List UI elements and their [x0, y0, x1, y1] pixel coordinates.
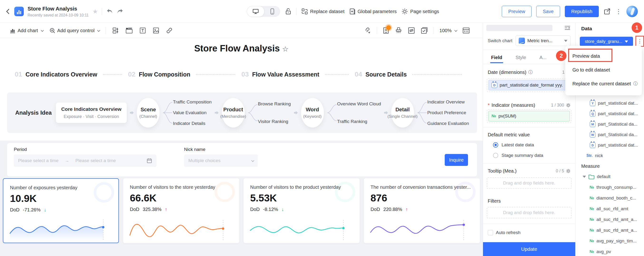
mobile-mode-button[interactable] — [264, 8, 280, 15]
field-list: Ypart_statistical dat... Qpart_statistic… — [576, 98, 644, 256]
radio-latest-date[interactable]: Latest date data — [483, 141, 575, 149]
divider — [434, 27, 434, 34]
chevron-down-icon — [251, 159, 254, 162]
decorative-watermark — [455, 182, 476, 202]
measure-folder-default[interactable]: default — [576, 171, 644, 182]
title-star-icon: ☆ — [282, 45, 288, 53]
auto-refresh-row[interactable]: Auto refresh — [483, 228, 575, 237]
date-field-pill[interactable]: D part_statistical date_format yyy. — [488, 80, 570, 90]
gear-icon[interactable] — [566, 169, 570, 173]
measure-field[interactable]: №diamond_booth_c... — [576, 193, 644, 203]
dataset-select[interactable]: store_daily_granu... — [580, 37, 633, 46]
measure-field[interactable]: №through_consump... — [576, 182, 644, 193]
hide-element-icon[interactable] — [408, 27, 415, 34]
tab-container-icon[interactable] — [125, 27, 133, 34]
tooltip-label: Tooltip (Mea.) — [488, 168, 516, 174]
page-settings-button[interactable]: Page settings — [402, 8, 439, 15]
dimension-field-day[interactable]: Dpart_statistical dat... — [576, 140, 644, 150]
share-icon[interactable] — [604, 8, 611, 15]
add-query-control-button[interactable]: Add query control — [49, 27, 100, 34]
indicator-field-pill[interactable]: № pv(SUM) — [488, 111, 570, 121]
more-menu-icon[interactable]: ⋮ — [616, 8, 622, 15]
update-button[interactable]: Update — [483, 242, 575, 256]
date-field-dropzone[interactable]: D part_statistical date_format yyy. — [487, 78, 572, 92]
tab-style[interactable]: Style — [516, 55, 526, 60]
desktop-mode-button[interactable] — [247, 6, 264, 17]
range-arrow-icon: → — [65, 158, 69, 163]
redo-icon[interactable] — [117, 8, 124, 15]
dataset-more-button[interactable]: ⋮ — [636, 36, 644, 47]
avatar[interactable] — [626, 6, 638, 17]
image-icon[interactable] — [152, 27, 160, 34]
radio-unselected-icon — [493, 153, 498, 158]
back-icon[interactable] — [5, 8, 10, 15]
measure-field[interactable]: №avg_pv — [576, 246, 644, 256]
global-parameters-button[interactable]: Global parameters — [349, 8, 397, 15]
dimension-field-quarter[interactable]: Qpart_statistical dat... — [576, 108, 644, 119]
section-nav: 01Core Indicators Overview 02Flow Compos… — [15, 71, 468, 78]
indicator-field-label: pv(SUM) — [498, 113, 516, 119]
dimension-field-month[interactable]: Mpart_Statistical da... — [576, 119, 644, 130]
add-chart-button[interactable]: Add chart — [10, 27, 43, 34]
republish-button[interactable]: Republish — [565, 6, 599, 17]
tab-advanced[interactable]: A... — [539, 55, 546, 60]
undo-icon[interactable] — [106, 8, 113, 15]
save-button[interactable]: Save — [536, 6, 560, 17]
zoom-control[interactable]: 100% — [440, 28, 456, 33]
dimension-field-year[interactable]: Ypart_statistical dat... — [576, 98, 644, 108]
text-icon[interactable] — [139, 27, 146, 34]
divider — [296, 8, 296, 15]
kpi-card-product-visitors[interactable]: Number of visitors to the product yester… — [244, 178, 360, 243]
dropdown-arrow-icon — [564, 40, 568, 42]
menu-item-replace-dataset[interactable]: Replace the current datasetⓘ — [565, 77, 642, 91]
notes-badge[interactable] — [383, 27, 389, 34]
tab-field[interactable]: Field — [491, 55, 502, 60]
dashboard-logo-icon — [14, 7, 24, 16]
measure-number-icon: № — [492, 114, 496, 118]
theme-icon[interactable] — [462, 27, 470, 34]
period-range-input[interactable]: Please select a time → Please select a t… — [14, 155, 156, 167]
indicator-measures-label: Indicator (measures) — [492, 102, 535, 108]
sparkline-chart — [128, 217, 233, 242]
week-calendar-icon: W — [590, 132, 596, 138]
lock-icon[interactable] — [285, 8, 292, 15]
string-type-icon: Str. — [586, 154, 593, 158]
link-filter-icon[interactable] — [364, 27, 371, 34]
link-icon[interactable] — [166, 27, 173, 34]
inquire-button[interactable]: Inquire — [445, 154, 468, 166]
widget-panel-icon[interactable] — [112, 27, 119, 34]
measure-field[interactable]: №all_suc_rfd_amt_a... — [576, 214, 644, 225]
measure-field[interactable]: №avg_pay_sign_tim... — [576, 235, 644, 246]
measure-field[interactable]: №all_suc_rfd_amt_a... — [576, 225, 644, 235]
filters-dropzone[interactable]: Drag and drop fields here. — [487, 207, 572, 218]
kpi-card-row: Number of exposures yesterday 10.9K DoD-… — [3, 178, 480, 243]
device-toggle[interactable] — [247, 6, 280, 17]
replace-dataset-button[interactable]: Replace dataset — [301, 8, 344, 15]
flow-node-word: Word(Keyword) — [301, 98, 324, 127]
favorite-star-icon[interactable]: ★ — [92, 8, 98, 15]
auto-refresh-checkbox[interactable] — [488, 230, 493, 235]
top-bar: Store Flow Analysis Recently saved at 20… — [0, 0, 644, 23]
dimension-field-nick[interactable]: Str.nick — [576, 150, 644, 161]
batch-select-icon[interactable] — [421, 27, 428, 34]
indicator-field-dropzone[interactable]: № pv(SUM) — [487, 109, 572, 123]
clean-brush-icon[interactable] — [395, 27, 402, 34]
chart-type-select[interactable]: Metric tren... — [516, 36, 570, 46]
collapse-panel-icon[interactable] — [564, 24, 571, 32]
add-chart-label: Add chart — [18, 28, 38, 33]
dimension-field-week[interactable]: Wpart_Statistical da... — [576, 130, 644, 140]
tooltip-dropzone[interactable]: Drag and drop fields here. — [487, 177, 572, 189]
kpi-card-conversions[interactable]: The number of conversion transactions ye… — [364, 178, 480, 243]
measure-field[interactable]: №all_suc_rfd_amt — [576, 203, 644, 214]
kpi-card-exposures[interactable]: Number of exposures yesterday 10.9K DoD-… — [3, 178, 119, 243]
gear-icon[interactable] — [566, 103, 570, 107]
kpi-card-store-visitors[interactable]: Number of visitors to the store yesterda… — [123, 178, 239, 243]
preview-button[interactable]: Preview — [502, 6, 532, 17]
dropdown-arrow-icon — [625, 41, 628, 43]
flow-node-scene: Scene(Channel) — [137, 98, 160, 127]
app-window: Store Flow Analysis Recently saved at 20… — [0, 0, 644, 256]
branch-lines — [248, 99, 258, 126]
radio-stage-summary[interactable]: Stage summary data — [483, 151, 575, 160]
nickname-select[interactable]: Multiple choices — [184, 155, 258, 167]
menu-item-go-edit-dataset[interactable]: Go to edit dataset — [565, 63, 642, 77]
